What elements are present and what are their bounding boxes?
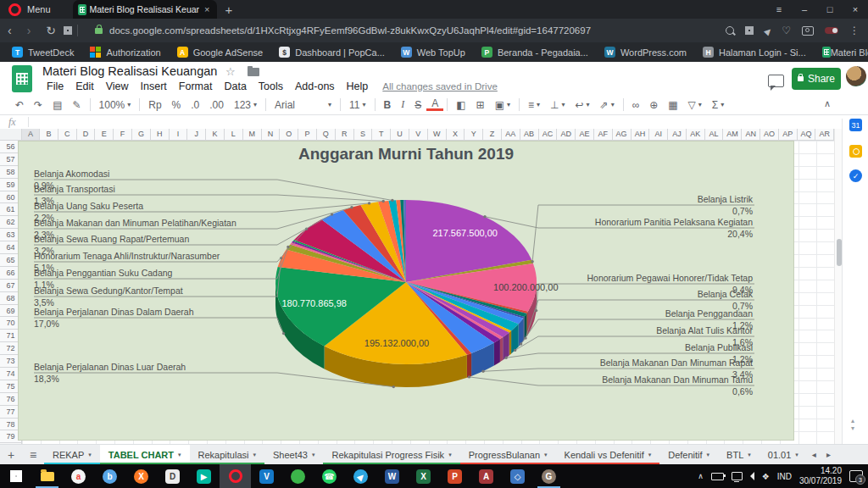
sheet-tab-menu-icon[interactable]: ▾ xyxy=(648,452,652,458)
sheet-tab-menu-icon[interactable]: ▾ xyxy=(178,452,181,458)
speed-dial-icon[interactable] xyxy=(64,26,72,35)
col-header-z[interactable]: Z xyxy=(483,129,502,140)
col-header-y[interactable]: Y xyxy=(465,129,483,140)
sheet-tab-menu-icon[interactable]: ▾ xyxy=(795,452,798,458)
zoom-button[interactable]: 100%▾ xyxy=(94,99,136,111)
scrollbar-thumb[interactable] xyxy=(837,239,842,266)
col-header-af[interactable]: AF xyxy=(594,129,613,140)
saved-status-link[interactable]: All changes saved in Drive xyxy=(382,81,498,92)
col-header-j[interactable]: J xyxy=(187,129,206,140)
sheet-tab-menu-icon[interactable]: ▾ xyxy=(707,452,710,458)
move-folder-icon[interactable] xyxy=(248,68,259,76)
col-header-ag[interactable]: AG xyxy=(613,129,632,140)
paint-format-button[interactable]: ✎ xyxy=(67,99,86,111)
col-header-p[interactable]: P xyxy=(298,129,317,140)
pie-slice-side[interactable] xyxy=(509,330,511,355)
pie-chart-object[interactable]: 217.567.500,00100.200.000,00195.132.000,… xyxy=(18,141,794,441)
format-percent-button[interactable]: % xyxy=(167,99,186,111)
horizontal-align-button[interactable]: ≡▾ xyxy=(523,99,545,111)
merge-cells-button[interactable]: ▣▾ xyxy=(490,99,515,111)
sheet-tab-btl[interactable]: BTL▾ xyxy=(718,445,760,465)
pie-slice-side[interactable] xyxy=(523,317,524,341)
col-header-ap[interactable]: AP xyxy=(779,129,798,140)
tabs-prev-icon[interactable]: ◂ xyxy=(807,450,821,459)
fill-color-button[interactable]: ◧ xyxy=(451,99,470,111)
col-header-c[interactable]: C xyxy=(58,129,77,140)
insert-comment-button[interactable]: ⊕ xyxy=(644,99,663,111)
sheet-tab-progressbulanan[interactable]: ProgressBulanan▾ xyxy=(460,445,556,465)
share-button[interactable]: Share xyxy=(792,68,841,90)
col-header-ak[interactable]: AK xyxy=(687,129,705,140)
menu-edit[interactable]: Edit xyxy=(70,80,100,92)
insert-link-button[interactable]: ∞ xyxy=(627,99,645,111)
sheet-tab-01-01[interactable]: 01.01▾ xyxy=(760,445,807,465)
taskbar-word[interactable]: W xyxy=(376,464,408,488)
panel-scroll-arrows[interactable]: ▴▾ xyxy=(851,417,854,432)
pie-slice-side[interactable] xyxy=(494,339,500,365)
bookmark-wordpress-com[interactable]: WWordPress.com xyxy=(604,47,687,58)
col-header-q[interactable]: Q xyxy=(317,129,336,140)
menu-data[interactable]: Data xyxy=(218,80,252,92)
col-header-ai[interactable]: AI xyxy=(649,129,668,140)
col-header-w[interactable]: W xyxy=(428,129,447,140)
taskbar-virtualbox[interactable]: ◇ xyxy=(502,464,533,488)
sheet-tab-menu-icon[interactable]: ▾ xyxy=(312,452,315,458)
col-header-t[interactable]: T xyxy=(372,129,391,140)
taskbar-start[interactable] xyxy=(0,464,31,488)
col-header-ao[interactable]: AO xyxy=(760,129,779,140)
taskbar-excel[interactable]: X xyxy=(408,464,439,488)
avatar[interactable] xyxy=(846,66,866,86)
menu-tools[interactable]: Tools xyxy=(253,80,289,92)
col-header-ae[interactable]: AE xyxy=(576,129,594,140)
bookmark-dashboard-popca[interactable]: $Dashboard | PopCa... xyxy=(279,47,385,58)
col-header-r[interactable]: R xyxy=(336,129,354,140)
menu-file[interactable]: File xyxy=(41,80,70,92)
col-header-aj[interactable]: AJ xyxy=(668,129,687,140)
sheet-tab-menu-icon[interactable]: ▾ xyxy=(253,452,256,458)
sheets-product-icon[interactable] xyxy=(12,65,32,92)
taskbar-vscode[interactable]: V xyxy=(251,464,282,488)
col-header-an[interactable]: AN xyxy=(742,129,760,140)
text-wrap-button[interactable]: ↩▾ xyxy=(570,99,594,111)
volume-icon[interactable] xyxy=(750,472,754,480)
bookmark-tweetdeck[interactable]: TTweetDeck xyxy=(12,47,74,58)
col-header-a[interactable]: A xyxy=(22,129,40,140)
col-header-l[interactable]: L xyxy=(225,129,243,140)
functions-button[interactable]: Σ▾ xyxy=(707,99,729,111)
formula-bar[interactable]: fx xyxy=(0,115,868,130)
my-flow-icon[interactable]: ▶ xyxy=(762,25,773,36)
sheet-tab-kendali-vs-defenitif[interactable]: Kendali vs Defenitif▾ xyxy=(556,445,660,465)
bookmark-halaman-login-si[interactable]: HHalaman Login - Si... xyxy=(703,47,806,58)
extensions-grid-icon[interactable] xyxy=(745,26,754,35)
close-button[interactable]: × xyxy=(843,0,868,19)
taskbar-file-explorer[interactable] xyxy=(31,464,63,488)
tasks-icon[interactable]: ✓ xyxy=(849,169,862,182)
col-header-ad[interactable]: AD xyxy=(557,129,576,140)
maximize-button[interactable]: □ xyxy=(817,0,843,19)
col-header-o[interactable]: O xyxy=(280,129,298,140)
col-header-d[interactable]: D xyxy=(77,129,96,140)
sheet-tab-menu-icon[interactable]: ▾ xyxy=(544,452,548,458)
url-text[interactable]: docs.google.com/spreadsheets/d/1HXcRtjxg… xyxy=(109,25,591,36)
all-sheets-button[interactable]: ≡ xyxy=(22,448,44,462)
col-header-ar[interactable]: AR xyxy=(815,129,834,140)
menu-help[interactable]: Help xyxy=(341,80,375,92)
col-header-n[interactable]: N xyxy=(262,129,281,140)
browser-tab[interactable]: Materi Blog Realisasi Keuan × xyxy=(73,0,217,19)
network-icon[interactable] xyxy=(732,472,743,480)
taskbar-access[interactable]: A xyxy=(470,464,502,488)
bold-button[interactable]: B xyxy=(379,99,397,111)
snapshot-icon[interactable] xyxy=(802,26,814,36)
col-header-v[interactable]: V xyxy=(409,129,428,140)
battery-icon[interactable] xyxy=(711,473,724,480)
comment-history-icon[interactable] xyxy=(768,75,784,87)
increase-decimal-button[interactable]: .00 xyxy=(204,99,229,111)
bookmark-google-adsense[interactable]: AGoogle AdSense xyxy=(177,47,264,58)
vertical-align-button[interactable]: ⊥▾ xyxy=(545,99,570,111)
pie-slice-side[interactable] xyxy=(503,332,509,360)
search-icon[interactable] xyxy=(726,26,734,35)
dropbox-icon[interactable]: ❖ xyxy=(762,472,770,481)
secure-lock-icon[interactable] xyxy=(95,28,103,34)
font-size-button[interactable]: 11▾ xyxy=(344,99,370,111)
sheet-tab-tabel-chart[interactable]: TABEL CHART▾ xyxy=(100,445,190,465)
